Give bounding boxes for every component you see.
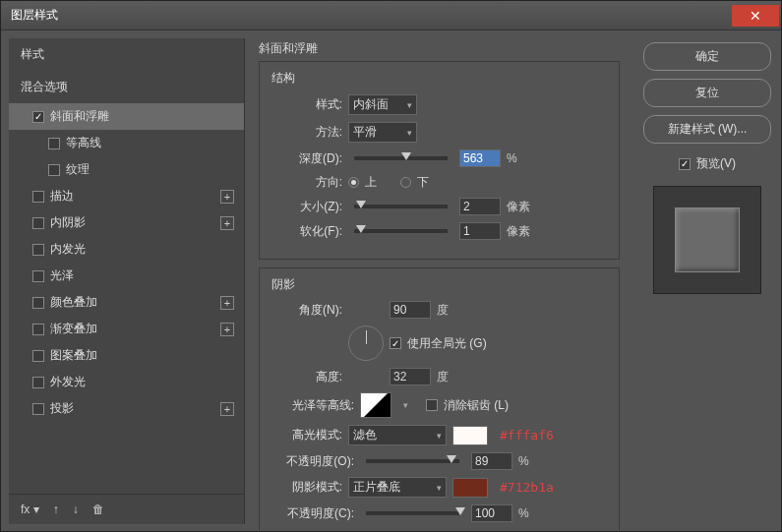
add-effect-icon[interactable]: + [220,402,234,416]
add-effect-icon[interactable]: + [220,296,234,310]
add-effect-icon[interactable]: + [220,190,234,204]
angle-input[interactable]: 90 [390,301,431,319]
sidebar: 样式 混合选项 斜面和浮雕等高线纹理描边+内阴影+内发光光泽颜色叠加+渐变叠加+… [9,38,245,524]
sidebar-item-7[interactable]: 颜色叠加+ [9,289,244,316]
sidebar-item-11[interactable]: 投影+ [9,395,244,422]
add-effect-icon[interactable]: + [220,323,234,336]
effect-checkbox[interactable] [32,324,44,335]
shadow-opacity-unit: % [518,506,529,520]
highlight-opacity-unit: % [518,454,529,468]
sidebar-footer: fx ▾ ↑ ↓ 🗑 [9,494,244,524]
highlight-mode-label: 高光模式: [271,427,342,443]
size-slider[interactable] [354,205,448,208]
size-label: 大小(Z): [271,199,342,215]
direction-up-radio[interactable] [348,177,359,188]
sidebar-blend-header[interactable]: 混合选项 [9,71,244,103]
effect-checkbox[interactable] [32,217,44,229]
sidebar-item-3[interactable]: 描边+ [9,183,244,209]
right-panel: 确定 复位 新建样式 (W)... 预览(V) [633,30,781,532]
preview-box [653,186,761,294]
add-effect-icon[interactable]: + [220,216,234,230]
fx-menu[interactable]: fx ▾ [21,502,39,516]
shadow-color-swatch[interactable] [452,478,488,498]
sidebar-item-label: 光泽 [50,267,74,284]
down-label: 下 [417,174,429,191]
effect-checkbox[interactable] [32,111,44,123]
shadow-opacity-input[interactable]: 100 [471,504,512,522]
effect-title: 斜面和浮雕 [259,40,620,57]
soften-slider[interactable] [354,229,448,233]
sidebar-item-label: 等高线 [66,135,101,151]
angle-label: 角度(N): [271,302,342,319]
depth-input[interactable]: 563 [459,149,501,167]
effect-checkbox[interactable] [32,297,44,309]
main-panel: 斜面和浮雕 结构 样式: 内斜面▾ 方法: 平滑▾ 深度(D): 563 % [245,30,633,532]
trash-icon[interactable]: 🗑 [92,502,104,516]
sidebar-item-label: 纹理 [66,161,90,178]
technique-select[interactable]: 平滑▾ [348,122,417,143]
global-light-checkbox[interactable] [390,337,401,349]
ok-button[interactable]: 确定 [643,42,771,71]
move-down-icon[interactable]: ↓ [73,502,79,516]
shadow-color-text: #712b1a [500,480,554,495]
style-select[interactable]: 内斜面▾ [348,94,417,115]
structure-group: 结构 样式: 内斜面▾ 方法: 平滑▾ 深度(D): 563 % 方向: [259,61,620,260]
close-button[interactable]: ✕ [732,5,779,27]
titlebar: 图层样式 ✕ [1,1,781,30]
effect-checkbox[interactable] [48,138,60,149]
soften-unit: 像素 [507,223,530,240]
antialias-checkbox[interactable] [426,399,438,411]
gloss-contour[interactable] [360,392,391,418]
soften-input[interactable]: 1 [459,222,501,240]
shadow-mode-select[interactable]: 正片叠底▾ [348,477,447,498]
highlight-color-text: #fffaf6 [500,428,554,443]
style-label: 样式: [271,96,342,113]
sidebar-item-label: 图案叠加 [50,347,97,364]
altitude-input[interactable]: 32 [390,368,431,385]
effect-checkbox[interactable] [32,377,44,388]
sidebar-item-label: 描边 [50,188,74,205]
highlight-opacity-input[interactable]: 89 [471,452,512,470]
preview-label: 预览(V) [696,155,736,172]
effect-checkbox[interactable] [32,191,44,203]
soften-label: 软化(F): [271,223,342,240]
sidebar-item-5[interactable]: 内发光 [9,236,244,263]
sidebar-item-2[interactable]: 纹理 [9,156,244,183]
sidebar-item-1[interactable]: 等高线 [9,130,244,156]
sidebar-item-6[interactable]: 光泽 [9,263,244,289]
cancel-button[interactable]: 复位 [643,79,771,107]
effect-checkbox[interactable] [48,164,60,176]
effect-checkbox[interactable] [32,244,44,256]
highlight-opacity-slider[interactable] [366,459,459,463]
sidebar-item-8[interactable]: 渐变叠加+ [9,316,244,342]
preview-checkbox[interactable] [679,158,691,170]
shadow-opacity-label: 不透明度(C): [271,505,354,522]
sidebar-item-10[interactable]: 外发光 [9,369,244,395]
move-up-icon[interactable]: ↑ [53,502,59,516]
new-style-button[interactable]: 新建样式 (W)... [643,115,771,144]
sidebar-item-0[interactable]: 斜面和浮雕 [9,103,244,130]
depth-unit: % [507,151,517,165]
highlight-color-swatch[interactable] [452,426,488,445]
window-title: 图层样式 [11,7,58,24]
shading-group: 阴影 角度(N): 90 度 使用全局光 (G) 高度: 32 [259,267,620,532]
sidebar-item-9[interactable]: 图案叠加 [9,342,244,369]
sidebar-item-label: 渐变叠加 [50,321,97,337]
depth-label: 深度(D): [271,150,342,167]
shadow-opacity-slider[interactable] [366,511,459,515]
sidebar-item-4[interactable]: 内阴影+ [9,209,244,236]
highlight-mode-select[interactable]: 滤色▾ [348,425,447,445]
effect-checkbox[interactable] [32,350,44,362]
effect-checkbox[interactable] [32,270,44,282]
structure-label: 结构 [271,70,607,87]
sidebar-item-label: 内阴影 [50,214,86,231]
sidebar-styles-header[interactable]: 样式 [9,38,244,71]
depth-slider[interactable] [354,156,448,160]
size-input[interactable]: 2 [459,198,501,215]
sidebar-item-label: 颜色叠加 [50,294,97,311]
preview-swatch [675,207,740,272]
angle-dial[interactable] [348,325,384,361]
gloss-dropdown-icon[interactable]: ▾ [403,400,408,410]
direction-down-radio[interactable] [400,177,411,188]
effect-checkbox[interactable] [32,403,44,415]
